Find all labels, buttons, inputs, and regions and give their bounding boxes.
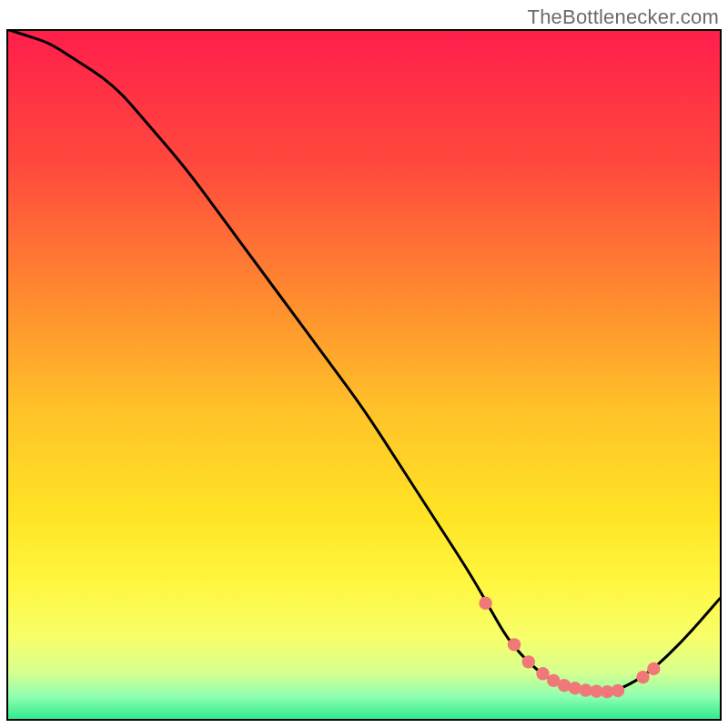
- curve-marker: [479, 597, 491, 610]
- curve-marker: [647, 662, 660, 675]
- curve-marker: [536, 667, 549, 680]
- plot-background: [6, 29, 722, 721]
- attribution-text: TheBottlenecker.com: [528, 5, 719, 29]
- curve-marker: [508, 638, 521, 651]
- chart-container: TheBottlenecker.com: [0, 0, 728, 728]
- curve-marker: [522, 655, 535, 668]
- curve-marker: [612, 684, 624, 697]
- curve-marker: [636, 671, 649, 683]
- bottleneck-chart: [6, 29, 722, 721]
